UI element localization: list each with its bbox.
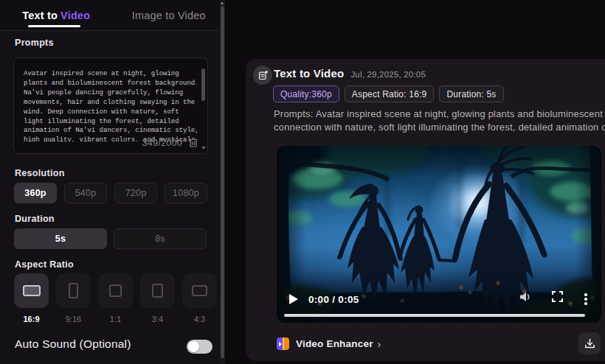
video-player[interactable]: 0:00 / 0:05	[277, 146, 601, 323]
quality-badge: Quality:360p	[273, 85, 339, 102]
result-title: Text to Video	[274, 67, 344, 80]
landscape-16-9-icon	[23, 285, 41, 296]
result-prompt-text: Prompts: Avatar inspired scene at night,…	[274, 108, 605, 133]
sidebar-scrollbar[interactable]	[220, 0, 225, 364]
aspect-ratio-4-3-label: 4:3	[194, 315, 205, 323]
aspect-ratio-16-9-button[interactable]	[14, 273, 49, 308]
aspect-ratio-label: Aspect Ratio	[15, 259, 74, 270]
aspect-ratio-9-16-label: 9:16	[66, 315, 81, 323]
prompt-text: Avatar inspired scene at night, glowing …	[24, 69, 197, 141]
duration-badge: Duration: 5s	[439, 85, 503, 102]
tab-text-to-video-label: Text to	[22, 10, 58, 21]
result-badges: Quality:360p Aspect Ratio: 16:9 Duration…	[273, 85, 504, 102]
textarea-scrollbar-thumb[interactable]	[201, 69, 205, 101]
video-enhancer-label: Video Enhancer	[296, 338, 373, 349]
aspect-ratio-9-16-button[interactable]	[56, 273, 91, 308]
duration-5s-button[interactable]: 5s	[14, 228, 107, 249]
resolution-360p-button[interactable]: 360p	[14, 183, 57, 203]
scroll-down-arrow-icon[interactable]	[201, 147, 206, 150]
trash-icon[interactable]	[188, 137, 198, 148]
fullscreen-icon[interactable]	[552, 291, 563, 305]
aspect-ratio-badge: Aspect Ratio: 16:9	[345, 85, 435, 102]
mode-tabs: Text to Video Image to Video	[0, 0, 225, 31]
video-enhancer-icon	[277, 337, 289, 350]
tab-text-to-video-accent: Video	[60, 10, 90, 21]
document-plus-icon	[253, 66, 272, 85]
chevron-right-icon: ›	[378, 338, 381, 350]
download-button[interactable]	[578, 332, 601, 354]
portrait-3-4-icon	[152, 284, 163, 298]
aspect-ratio-3-4-button[interactable]	[140, 273, 175, 308]
play-icon[interactable]	[289, 294, 298, 304]
text-to-video-app: Text to Video Image to Video Prompts Ava…	[0, 0, 605, 364]
square-1-1-icon	[109, 284, 122, 297]
auto-sound-toggle[interactable]	[187, 340, 212, 354]
video-enhancer-link[interactable]: Video Enhancer ›	[277, 337, 381, 350]
result-timestamp: Jul, 29,2025, 20:05	[350, 70, 426, 79]
tab-image-to-video-label: Image to Video	[132, 10, 206, 21]
resolution-1080p-button[interactable]: 1080p	[165, 183, 207, 203]
video-progress-bar[interactable]	[284, 314, 585, 318]
generation-settings-sidebar: Text to Video Image to Video Prompts Ava…	[0, 0, 225, 364]
prompts-label: Prompts	[15, 38, 54, 48]
duration-options: 5s 8s	[14, 228, 213, 249]
aspect-ratio-1-1-label: 1:1	[110, 315, 121, 323]
active-tab-indicator	[28, 25, 80, 27]
aspect-ratio-1-1-button[interactable]	[98, 273, 133, 308]
resolution-label: Resolution	[15, 168, 65, 178]
landscape-4-3-icon	[192, 285, 207, 296]
volume-icon[interactable]	[519, 291, 532, 306]
auto-sound-label: Auto Sound (Optional)	[15, 337, 131, 351]
scroll-up-arrow-icon[interactable]	[221, 1, 224, 4]
aspect-ratio-16-9-label: 16:9	[23, 315, 39, 323]
duration-8s-button[interactable]: 8s	[114, 228, 207, 249]
aspect-ratio-options: 16:9 9:16 1:1 3:4 4:3	[14, 273, 217, 323]
resolution-540p-button[interactable]: 540p	[64, 183, 107, 203]
download-icon	[584, 338, 595, 349]
textarea-scrollbar[interactable]	[201, 62, 206, 150]
video-time: 0:00 / 0:05	[308, 294, 359, 305]
results-panel: Text to Video Jul, 29,2025, 20:05 Qualit…	[225, 0, 605, 364]
resolution-options: 360p 540p 720p 1080p	[14, 183, 215, 203]
generation-result-card: Text to Video Jul, 29,2025, 20:05 Qualit…	[246, 59, 605, 361]
portrait-9-16-icon	[69, 283, 78, 298]
duration-label: Duration	[15, 214, 55, 224]
toggle-knob	[188, 341, 199, 352]
aspect-ratio-4-3-button[interactable]	[182, 273, 217, 308]
char-counter: 349/2000	[142, 138, 182, 148]
tab-image-to-video[interactable]: Image to Video	[113, 0, 226, 30]
kebab-menu-icon[interactable]	[584, 293, 587, 307]
prompt-textarea[interactable]: Avatar inspired scene at night, glowing …	[13, 57, 208, 154]
aspect-ratio-3-4-label: 3:4	[152, 315, 163, 323]
sidebar-scrollbar-thumb[interactable]	[221, 6, 224, 358]
resolution-720p-button[interactable]: 720p	[114, 183, 157, 203]
